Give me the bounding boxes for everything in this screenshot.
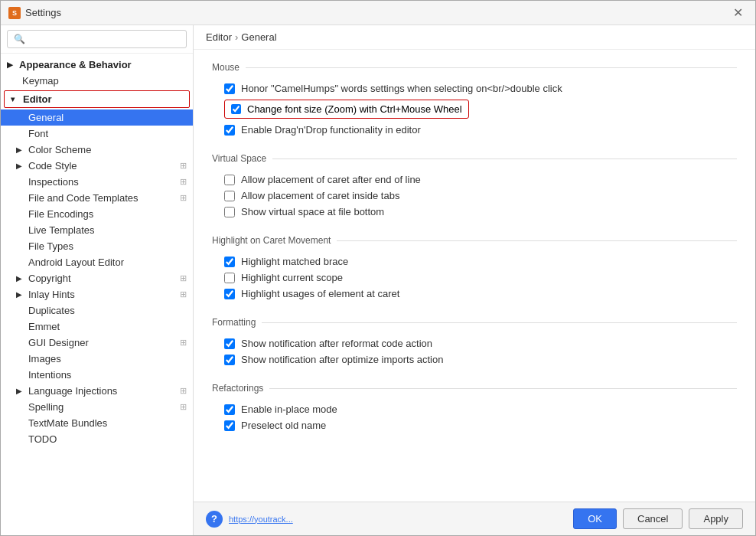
breadcrumb-part2: General (241, 31, 276, 43)
sidebar-item-label: Language Injections (28, 385, 177, 397)
chevron-right-icon: ▶ (16, 162, 25, 170)
sidebar-item-gui-designer[interactable]: GUI Designer ⊞ (1, 335, 193, 351)
main-panel: Editor › General Mouse Honor "CamelHumps… (194, 25, 755, 535)
virtual-space-section: Virtual Space Allow placement of caret a… (212, 153, 737, 220)
sidebar-item-editor[interactable]: ▾ Editor (5, 91, 189, 107)
sidebar-item-label: Appearance & Behavior (19, 59, 187, 70)
sidebar-item-spelling[interactable]: Spelling ⊞ (1, 399, 193, 415)
mouse-section: Mouse Honor "CamelHumps" words settings … (212, 62, 737, 138)
sidebar-item-label: TODO (28, 433, 187, 445)
chevron-right-icon: ▶ (16, 290, 25, 299)
ok-button[interactable]: OK (573, 508, 617, 529)
camel-humps-checkbox[interactable] (224, 83, 235, 94)
sidebar-item-file-encodings[interactable]: File Encodings (1, 206, 193, 222)
sidebar-item-appearance[interactable]: ▶ Appearance & Behavior (1, 57, 193, 73)
sidebar-item-inlay-hints[interactable]: ▶ Inlay Hints ⊞ (1, 286, 193, 302)
help-button[interactable]: ? (206, 511, 223, 528)
matched-brace-row: Highlight matched brace (212, 253, 737, 270)
optimize-imports-row: Show notification after optimize imports… (212, 351, 737, 368)
current-scope-label: Highlight current scope (241, 272, 343, 283)
settings-content: Mouse Honor "CamelHumps" words settings … (194, 50, 755, 502)
title-bar-left: S Settings (8, 7, 61, 19)
preselect-name-checkbox[interactable] (224, 420, 235, 431)
search-input[interactable] (7, 30, 187, 48)
caret-tabs-label: Allow placement of caret inside tabs (241, 190, 399, 201)
drag-drop-checkbox[interactable] (224, 125, 235, 136)
virtual-bottom-label: Show virtual space at file bottom (241, 206, 384, 217)
sidebar-item-label: File Encodings (28, 208, 187, 220)
sidebar-item-font[interactable]: Font (1, 126, 193, 142)
sidebar-item-label: TextMate Bundles (28, 417, 187, 429)
preselect-name-label: Preselect old name (241, 420, 326, 431)
close-button[interactable]: ✕ (728, 5, 748, 21)
sidebar-item-android-layout[interactable]: Android Layout Editor (1, 254, 193, 270)
font-zoom-checkbox[interactable] (231, 104, 241, 114)
breadcrumb-separator: › (235, 31, 238, 43)
font-zoom-label: Change font size (Zoom) with Ctrl+Mouse … (247, 103, 462, 115)
settings-icon: ⊞ (180, 193, 187, 203)
sidebar-item-label: Keymap (22, 75, 187, 87)
breadcrumb-part1: Editor (206, 31, 232, 43)
sidebar-item-language-injections[interactable]: ▶ Language Injections ⊞ (1, 383, 193, 399)
sidebar-item-label: Color Scheme (28, 144, 187, 155)
current-scope-checkbox[interactable] (224, 273, 235, 283)
content-area: ▶ Appearance & Behavior Keymap ▾ Editor (1, 25, 755, 535)
caret-end-label: Allow placement of caret after end of li… (241, 174, 421, 185)
inplace-mode-checkbox[interactable] (224, 404, 235, 415)
sidebar-item-file-types[interactable]: File Types (1, 238, 193, 254)
sidebar-item-label: File Types (28, 240, 187, 252)
footer-right: OK Cancel Apply (573, 508, 743, 529)
sidebar-item-color-scheme[interactable]: ▶ Color Scheme (1, 142, 193, 158)
drag-drop-row: Enable Drag'n'Drop functionality in edit… (212, 122, 737, 138)
sidebar-item-inspections[interactable]: Inspections ⊞ (1, 174, 193, 190)
cancel-button[interactable]: Cancel (623, 508, 683, 529)
sidebar-item-images[interactable]: Images (1, 351, 193, 367)
chevron-right-icon: ▶ (16, 145, 25, 154)
sidebar-item-intentions[interactable]: Intentions (1, 367, 193, 383)
reformat-notify-checkbox[interactable] (224, 338, 235, 349)
sidebar-item-label: GUI Designer (28, 337, 177, 348)
caret-end-checkbox[interactable] (224, 175, 235, 185)
inplace-mode-label: Enable in-place mode (241, 404, 337, 415)
sidebar-item-label: Intentions (28, 369, 187, 381)
settings-window: S Settings ✕ ▶ Appearance & Behavior Key… (0, 0, 756, 536)
sidebar-item-code-style[interactable]: ▶ Code Style ⊞ (1, 158, 193, 174)
preselect-name-row: Preselect old name (212, 417, 737, 433)
sidebar-item-general[interactable]: General (1, 109, 193, 126)
current-scope-row: Highlight current scope (212, 270, 737, 286)
sidebar-item-label: Images (28, 353, 187, 364)
chevron-right-icon: ▶ (16, 387, 25, 395)
footer-bar: ? https://youtrack... OK Cancel Apply (194, 502, 755, 535)
title-bar: S Settings ✕ (1, 1, 755, 25)
settings-icon: ⊞ (180, 402, 187, 412)
matched-brace-label: Highlight matched brace (241, 256, 348, 267)
sidebar-item-duplicates[interactable]: Duplicates (1, 302, 193, 319)
drag-drop-label: Enable Drag'n'Drop functionality in edit… (241, 124, 421, 136)
sidebar-item-label: Code Style (28, 160, 177, 172)
footer-link[interactable]: https://youtrack... (229, 515, 293, 524)
sidebar-item-emmet[interactable]: Emmet (1, 319, 193, 335)
sidebar-item-file-code-templates[interactable]: File and Code Templates ⊞ (1, 190, 193, 206)
matched-brace-checkbox[interactable] (224, 257, 235, 267)
sidebar-item-label: Emmet (28, 321, 187, 332)
sidebar-item-live-templates[interactable]: Live Templates (1, 222, 193, 238)
virtual-bottom-checkbox[interactable] (224, 207, 235, 217)
caret-tabs-checkbox[interactable] (224, 191, 235, 201)
usages-checkbox[interactable] (224, 289, 235, 299)
sidebar-item-label: Duplicates (28, 305, 187, 316)
sidebar-item-label: File and Code Templates (28, 192, 177, 204)
sidebar-item-textmate[interactable]: TextMate Bundles (1, 415, 193, 431)
sidebar: ▶ Appearance & Behavior Keymap ▾ Editor (1, 25, 194, 535)
sidebar-item-label: Spelling (28, 401, 177, 413)
sidebar-item-keymap[interactable]: Keymap (1, 73, 193, 89)
camel-humps-row: Honor "CamelHumps" words settings when s… (212, 80, 737, 96)
font-zoom-row: Change font size (Zoom) with Ctrl+Mouse … (224, 100, 469, 119)
optimize-imports-checkbox[interactable] (224, 355, 235, 365)
sidebar-item-todo[interactable]: TODO (1, 431, 193, 447)
apply-button[interactable]: Apply (689, 508, 743, 529)
caret-tabs-row: Allow placement of caret inside tabs (212, 188, 737, 204)
camel-humps-label: Honor "CamelHumps" words settings when s… (241, 83, 562, 94)
sidebar-item-copyright[interactable]: ▶ Copyright ⊞ (1, 270, 193, 286)
sidebar-item-label: Inlay Hints (28, 289, 177, 300)
refactorings-title: Refactorings (212, 383, 737, 394)
